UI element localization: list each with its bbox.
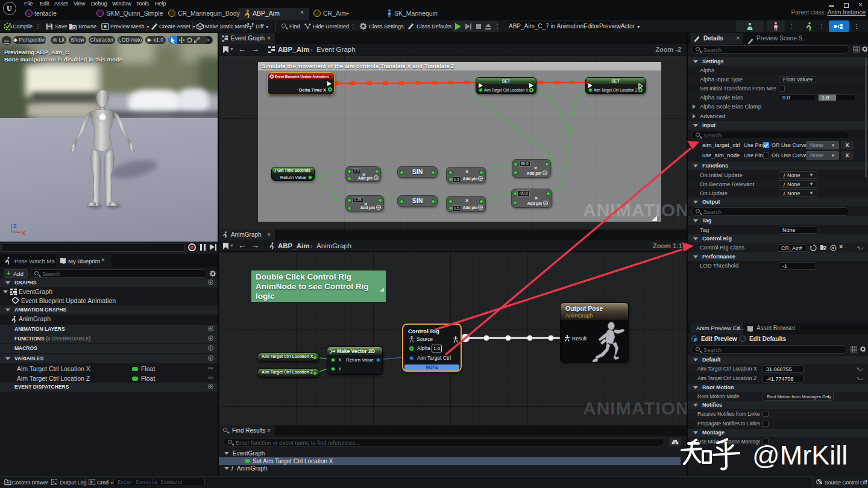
svg-text:X: X: [22, 230, 25, 236]
svg-text:@MrKill: @MrKill: [752, 440, 848, 471]
svg-text:Z: Z: [13, 223, 17, 229]
